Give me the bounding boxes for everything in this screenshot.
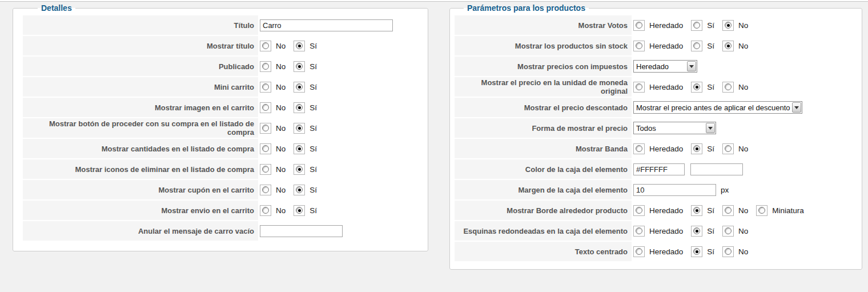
radio-circle-icon	[636, 42, 642, 49]
radio-circle-icon	[725, 227, 732, 234]
radio-si[interactable]	[294, 41, 305, 51]
radio-si[interactable]	[691, 20, 702, 31]
form-row-mostrar-borde-alrededor-producto: Mostrar Borde alrededor productoHeredado…	[455, 201, 854, 220]
radio-miniatura[interactable]	[756, 205, 767, 216]
dropdown-arrow-icon[interactable]	[792, 102, 801, 113]
radio-option-label: No	[276, 83, 286, 91]
color-value-input[interactable]	[633, 163, 685, 175]
radio-circle-icon	[262, 42, 269, 49]
radio-option-label: No	[276, 165, 286, 174]
radio-circle-icon	[693, 207, 700, 214]
radio-heredado[interactable]	[633, 20, 645, 31]
radio-no[interactable]	[260, 61, 271, 72]
radio-no[interactable]	[722, 246, 734, 257]
color-preview-input[interactable]	[690, 163, 743, 175]
field-label: Mostrar iconos de eliminar en el listado…	[23, 159, 258, 179]
radio-circle-icon	[296, 104, 303, 111]
field-label: Publicado	[23, 57, 258, 76]
select-value: Mostrar el precio antes de aplicar el de…	[634, 102, 791, 113]
radio-option-label: Sí	[707, 145, 714, 153]
radio-no[interactable]	[260, 143, 271, 154]
radio-no[interactable]	[722, 226, 734, 237]
radio-circle-icon	[693, 22, 700, 29]
radio-option-label: No	[738, 21, 748, 30]
radio-option-label: No	[738, 83, 748, 91]
radio-option-label: Sí	[310, 145, 317, 153]
select-mostrar-el-precio-descontado[interactable]: Mostrar el precio antes de aplicar el de…	[633, 101, 802, 114]
radio-no[interactable]	[722, 143, 734, 154]
radio-no[interactable]	[722, 20, 734, 31]
panel-para-metros-para-los-productos: Parámetros para los productosMostrar Vot…	[449, 4, 862, 270]
radio-no[interactable]	[722, 82, 734, 93]
radio-option-label: No	[738, 145, 748, 153]
radio-no[interactable]	[260, 205, 271, 216]
radio-option-label: Miniatura	[772, 206, 804, 215]
radio-si[interactable]	[691, 226, 702, 237]
radio-no[interactable]	[260, 185, 271, 195]
radio-heredado[interactable]	[633, 41, 645, 51]
field-label: Mini carrito	[23, 77, 258, 97]
select-forma-de-mostrar-el-precio[interactable]: Todos	[633, 122, 716, 134]
radio-heredado[interactable]	[633, 226, 645, 237]
form-row-margen-de-la-caja-del-elemento: Margen de la caja del elementopx	[455, 180, 854, 199]
radio-no[interactable]	[722, 205, 734, 216]
radio-circle-icon	[262, 83, 269, 90]
unit-suffix: px	[721, 186, 729, 194]
radio-circle-icon	[296, 83, 303, 90]
radio-si[interactable]	[294, 185, 305, 195]
form-row-esquinas-redondeadas-en-la-caja-del-elemento: Esquinas redondeadas en la caja del elem…	[455, 221, 854, 241]
panel-detalles: DetallesTítuloMostrar títuloNoSíPublicad…	[13, 4, 428, 251]
form-row-mostrar-iconos-de-eliminar-en-el-listado-de-compra: Mostrar iconos de eliminar en el listado…	[23, 159, 420, 179]
field-control: NoSí	[258, 82, 420, 93]
radio-si[interactable]	[294, 123, 305, 134]
radio-si[interactable]	[294, 143, 305, 154]
text-input-anular-el-mensaje-de-carro-vaci-o[interactable]	[260, 225, 343, 237]
radio-heredado[interactable]	[633, 143, 645, 154]
radio-option-label: Sí	[707, 42, 714, 50]
radio-circle-icon	[296, 145, 303, 152]
radio-heredado[interactable]	[633, 82, 645, 93]
select-mostrar-precios-con-impuestos[interactable]: Heredado	[633, 60, 697, 73]
dropdown-arrow-icon[interactable]	[687, 61, 696, 71]
radio-si[interactable]	[691, 41, 702, 51]
radio-heredado[interactable]	[633, 205, 645, 216]
form-row-mostrar-el-precio-en-la-unidad-de-moneda-original: Mostrar el precio en la unidad de moneda…	[455, 77, 854, 97]
field-control: HeredadoSíNo	[632, 226, 854, 237]
field-control: NoSí	[258, 61, 420, 72]
radio-si[interactable]	[691, 143, 702, 154]
radio-no[interactable]	[260, 41, 271, 51]
radio-no[interactable]	[260, 123, 271, 134]
radio-option-label: No	[738, 247, 748, 256]
field-control	[258, 19, 420, 31]
text-input-ti-tulo[interactable]	[260, 19, 393, 31]
radio-si[interactable]	[294, 61, 305, 72]
radio-option-label: Sí	[310, 165, 317, 174]
form-row-anular-el-mensaje-de-carro-vaci-o: Anular el mensaje de carro vacío	[23, 221, 420, 241]
radio-si[interactable]	[294, 164, 305, 175]
radio-no[interactable]	[260, 102, 271, 113]
radio-si[interactable]	[691, 246, 702, 257]
radio-si[interactable]	[294, 205, 305, 216]
radio-option-label: Heredado	[649, 42, 683, 50]
text-input-margen-de-la-caja-del-elemento[interactable]	[633, 184, 716, 196]
radio-option-label: No	[738, 206, 748, 215]
chevron-down-icon	[689, 65, 694, 70]
radio-heredado[interactable]	[633, 246, 645, 257]
select-value: Todos	[634, 123, 705, 133]
form-row-mostrar-ti-tulo: Mostrar títuloNoSí	[23, 36, 420, 55]
field-control: Todos	[632, 122, 854, 134]
radio-no[interactable]	[722, 41, 734, 51]
dropdown-arrow-icon[interactable]	[706, 123, 715, 133]
radio-option-label: Sí	[310, 206, 317, 215]
radio-circle-icon	[262, 186, 269, 193]
radio-circle-icon	[636, 248, 642, 255]
radio-option-label: Heredado	[649, 227, 683, 235]
radio-no[interactable]	[260, 82, 271, 93]
radio-circle-icon	[693, 42, 700, 49]
radio-si[interactable]	[294, 102, 305, 113]
radio-si[interactable]	[294, 82, 305, 93]
radio-no[interactable]	[260, 164, 271, 175]
radio-option-label: Sí	[707, 83, 714, 91]
radio-si[interactable]	[691, 82, 702, 93]
radio-si[interactable]	[691, 205, 702, 216]
